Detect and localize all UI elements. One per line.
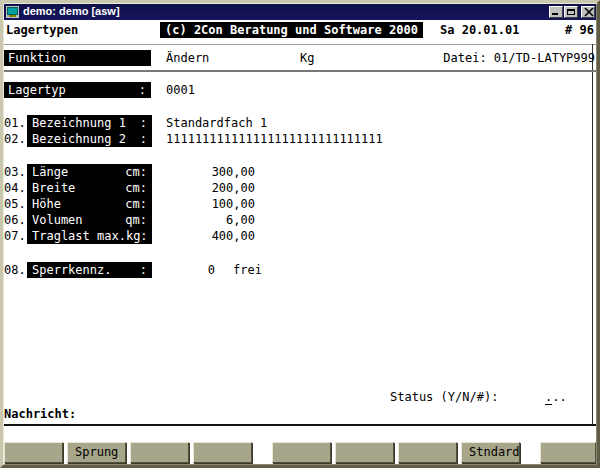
session-number: # 96 <box>565 22 594 38</box>
function-key-2[interactable]: Sprung <box>67 442 126 463</box>
lagertyp-label-colon: : <box>139 82 146 98</box>
field-label-suffix: : <box>140 262 147 278</box>
field-label-block: Länge cm: <box>27 164 152 180</box>
field-label: Traglast max. <box>32 228 126 244</box>
separator-top <box>3 44 597 45</box>
function-key-1[interactable] <box>4 442 63 463</box>
separator-bottom <box>3 424 597 426</box>
function-key-6[interactable] <box>335 442 394 463</box>
field-number: 03. <box>4 164 26 180</box>
field-label-block: Bezeichnung 2 : <box>27 131 152 147</box>
field-value[interactable]: 300,00 <box>166 164 255 180</box>
field-number: 06. <box>4 212 26 228</box>
field-label: Höhe <box>32 196 61 212</box>
field-label-suffix: : <box>140 115 147 131</box>
field-value[interactable]: 6,00 <box>166 212 255 228</box>
field-number: 01. <box>4 115 26 131</box>
maximize-icon <box>567 9 575 15</box>
field-value[interactable]: 0 <box>166 262 215 278</box>
field-label: Länge <box>32 164 68 180</box>
field-label-suffix: cm: <box>125 180 147 196</box>
titlebar[interactable]: demo: demo [asw] <box>3 3 597 20</box>
field-label-block: Höhe cm: <box>27 196 152 212</box>
field-label-suffix: cm: <box>125 164 147 180</box>
header-date: Sa 20.01.01 <box>440 22 519 38</box>
lagertyp-label-block: Lagertyp : <box>3 82 151 98</box>
field-label-block: Breite cm: <box>27 180 152 196</box>
function-key-4[interactable] <box>193 442 252 463</box>
terminal-app-icon <box>6 6 19 18</box>
field-label-block: Traglast max. kg: <box>27 228 152 244</box>
text-cursor <box>545 404 552 405</box>
field-value[interactable]: Standardfach 1 <box>166 115 267 131</box>
function-key-9[interactable] <box>540 442 596 463</box>
field-label: Bezeichnung 1 <box>32 115 126 131</box>
window-title: demo: demo [asw] <box>23 3 548 20</box>
status-prompt: Status (Y/N/#): <box>390 389 498 405</box>
field-label: Volumen <box>32 212 83 228</box>
function-key-3[interactable] <box>130 442 189 463</box>
window-controls <box>548 6 595 18</box>
field-value-description: frei <box>233 262 262 278</box>
function-key-7[interactable] <box>398 442 457 463</box>
field-number: 08. <box>4 262 26 278</box>
field-label-suffix: qm: <box>125 212 147 228</box>
minimize-button[interactable] <box>549 6 563 18</box>
field-label-block: Sperrkennz. : <box>27 262 152 278</box>
page-title: Lagertypen <box>6 22 78 38</box>
funktion-label: Funktion <box>8 50 66 66</box>
field-label-block: Volumen qm: <box>27 212 152 228</box>
minimize-icon <box>552 13 558 15</box>
field-value[interactable]: 100,00 <box>166 196 255 212</box>
field-value[interactable]: 200,00 <box>166 180 255 196</box>
field-label: Bezeichnung 2 <box>32 131 126 147</box>
field-label: Sperrkennz. <box>32 262 111 278</box>
status-input[interactable]: ... <box>545 389 567 405</box>
lagertyp-label: Lagertyp <box>8 82 66 98</box>
funktion-label-block: Funktion <box>3 50 151 66</box>
field-value[interactable]: 400,00 <box>166 228 255 244</box>
separator-funktion <box>3 70 597 72</box>
function-key-8[interactable]: Stndard <box>461 442 520 463</box>
border-right <box>592 44 593 426</box>
field-label-suffix: cm: <box>125 196 147 212</box>
application-window: demo: demo [asw] Lagertypen (c) 2Con Ber… <box>0 0 600 468</box>
funktion-unit-value: Kg <box>300 50 314 66</box>
field-number: 02. <box>4 131 26 147</box>
close-icon <box>583 7 595 17</box>
message-label: Nachricht: <box>4 406 76 422</box>
field-number: 04. <box>4 180 26 196</box>
field-number: 05. <box>4 196 26 212</box>
field-label-suffix: kg: <box>126 228 148 244</box>
maximize-button[interactable] <box>564 6 578 18</box>
funktion-mode-value[interactable]: Ändern <box>166 50 209 66</box>
field-label-block: Bezeichnung 1 : <box>27 115 152 131</box>
field-label: Breite <box>32 180 75 196</box>
file-info: Datei: 01/TD-LATYP999 <box>443 50 595 66</box>
field-value[interactable]: 111111111111111111111111111111 <box>166 131 383 147</box>
close-button[interactable] <box>581 6 595 18</box>
copyright-banner: (c) 2Con Beratung und Software 2000 <box>160 22 423 38</box>
field-label-suffix: : <box>140 131 147 147</box>
field-number: 07. <box>4 228 26 244</box>
lagertyp-value[interactable]: 0001 <box>166 82 195 98</box>
function-key-5[interactable] <box>272 442 331 463</box>
